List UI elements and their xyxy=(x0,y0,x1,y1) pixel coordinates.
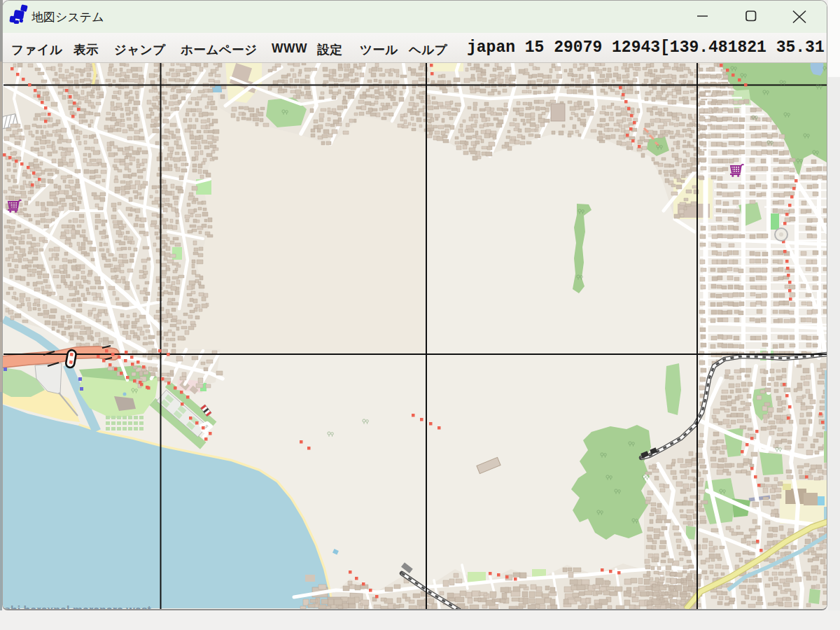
svg-text:shi harexnal maranara west: shi harexnal maranara west xyxy=(4,604,152,610)
